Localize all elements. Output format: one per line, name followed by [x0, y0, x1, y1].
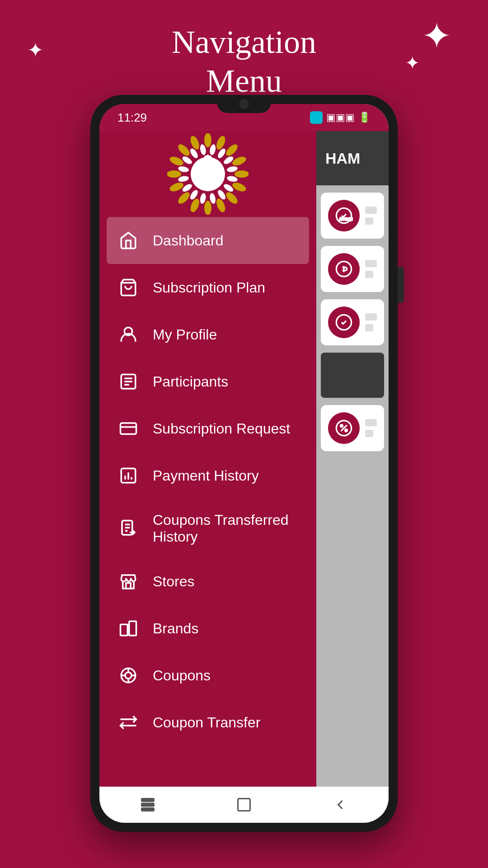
right-banner-2 [321, 353, 384, 398]
card-line-7 [365, 419, 377, 426]
svg-point-1 [215, 135, 227, 151]
page-title: Navigation Menu [0, 23, 488, 101]
right-card-4 [321, 405, 384, 451]
dollar-icon [328, 253, 360, 285]
right-card-2 [321, 246, 384, 292]
svg-point-11 [169, 181, 185, 193]
camera [239, 99, 249, 109]
approved-icon-1: APPROVED [328, 200, 360, 231]
sidebar-item-coupons[interactable]: Coupons [99, 652, 316, 699]
status-time: 11:29 [117, 111, 147, 125]
sidebar-item-label-participants: Participants [153, 373, 228, 390]
svg-point-40 [209, 156, 211, 158]
sidebar-item-coupon-transfer[interactable]: Coupon Transfer [99, 699, 316, 746]
card-line-8 [365, 430, 373, 437]
svg-rect-78 [141, 799, 154, 802]
right-card-3 [321, 299, 384, 345]
card-line-4 [365, 271, 373, 278]
shopping-bag-icon [117, 277, 139, 298]
user-icon [117, 324, 139, 345]
transfer-icon [117, 712, 139, 733]
status-icons: ▣▣▣ 🔋 [310, 111, 371, 124]
sidebar-item-label-dashboard: Dashboard [153, 232, 224, 249]
svg-point-13 [169, 155, 185, 167]
svg-point-10 [176, 190, 192, 206]
svg-point-0 [204, 133, 211, 147]
sidebar-item-label-coupons: Coupons [153, 667, 211, 684]
home-nav-button[interactable] [226, 796, 262, 814]
svg-text:APPROVED: APPROVED [339, 217, 353, 221]
app-logo [167, 133, 249, 215]
right-banner-text: HAM [325, 150, 360, 167]
svg-rect-47 [121, 423, 136, 434]
card-icon [117, 418, 139, 439]
svg-point-62 [125, 672, 131, 679]
svg-point-12 [167, 170, 181, 178]
svg-rect-79 [141, 808, 154, 811]
chart-icon [117, 465, 139, 486]
right-panel: HAM APPROVED [316, 104, 389, 823]
approved-icon-2 [328, 307, 360, 338]
svg-rect-59 [121, 624, 128, 636]
transfer-doc-icon [117, 518, 139, 539]
percent-icon [328, 412, 360, 444]
sidebar-item-label-my-profile: My Profile [153, 326, 217, 343]
store-icon [117, 571, 139, 592]
right-banner: HAM [316, 131, 389, 185]
sidebar-item-subscription-request[interactable]: Subscription Request [99, 405, 316, 452]
notification-icon [310, 111, 323, 124]
phone-screen: 11:29 ▣▣▣ 🔋 [99, 104, 389, 823]
phone-side-button [398, 267, 404, 303]
sidebar-item-label-coupons-transferred-history: Coupons Transferred History [153, 512, 298, 545]
sidebar-item-stores[interactable]: Stores [99, 558, 316, 605]
card-line-6 [365, 324, 373, 331]
battery-icon: 🔋 [358, 112, 371, 123]
sidebar-item-label-subscription-plan: Subscription Plan [153, 279, 265, 296]
sidebar-item-coupons-transferred-history[interactable]: Coupons Transferred History [99, 499, 316, 558]
card-line-1 [365, 207, 377, 214]
svg-point-2 [224, 142, 239, 158]
sidebar-item-brands[interactable]: Brands [99, 605, 316, 652]
sidebar-item-label-payment-history: Payment History [153, 467, 259, 484]
sidebar-item-participants[interactable]: Participants [99, 358, 316, 405]
svg-rect-80 [238, 799, 250, 811]
sidebar-item-subscription-plan[interactable]: Subscription Plan [99, 264, 316, 311]
signal-icon: ▣▣▣ [326, 112, 355, 123]
brands-icon [117, 618, 139, 639]
right-card-1: APPROVED [321, 193, 384, 239]
card-line-3 [365, 260, 377, 267]
card-line-2 [365, 217, 373, 225]
svg-point-75 [341, 425, 343, 427]
svg-rect-60 [129, 621, 136, 636]
sidebar-item-my-profile[interactable]: My Profile [99, 311, 316, 358]
card-line-5 [365, 313, 377, 321]
svg-rect-77 [141, 803, 154, 806]
svg-point-9 [189, 197, 201, 213]
sidebar-item-dashboard[interactable]: Dashboard [107, 217, 309, 264]
nav-items-list: Dashboard Subscription Plan [99, 212, 316, 823]
sidebar-item-payment-history[interactable]: Payment History [99, 452, 316, 499]
home-icon [117, 230, 139, 251]
svg-point-34 [204, 161, 212, 169]
bottom-nav [99, 787, 389, 823]
svg-point-15 [189, 135, 201, 151]
svg-point-14 [176, 142, 192, 158]
recent-nav-button[interactable] [322, 796, 358, 814]
svg-point-76 [345, 429, 347, 432]
svg-point-4 [235, 170, 249, 178]
phone-frame: 11:29 ▣▣▣ 🔋 [90, 95, 398, 832]
svg-point-6 [224, 190, 239, 206]
svg-rect-58 [126, 583, 131, 589]
svg-point-7 [215, 197, 227, 213]
list-icon [117, 371, 139, 392]
sidebar-item-label-stores: Stores [153, 573, 194, 590]
svg-point-5 [231, 181, 247, 193]
phone-notch [217, 95, 271, 113]
sidebar-item-label-coupon-transfer: Coupon Transfer [153, 714, 260, 731]
sidebar-item-label-subscription-request: Subscription Request [153, 420, 290, 437]
nav-drawer: Dashboard Subscription Plan [99, 104, 316, 823]
svg-point-8 [204, 201, 211, 215]
back-nav-button[interactable] [130, 796, 166, 814]
coupon-icon [117, 665, 139, 686]
svg-point-3 [231, 155, 247, 167]
